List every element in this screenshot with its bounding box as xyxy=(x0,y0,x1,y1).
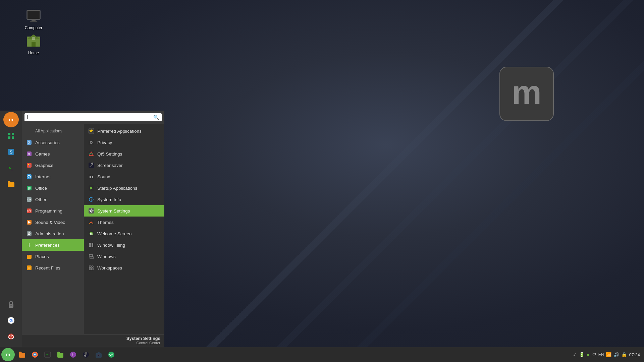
svg-point-107 xyxy=(98,355,99,356)
category-games[interactable]: Games xyxy=(22,148,84,160)
svg-text:</>: </> xyxy=(27,209,32,213)
tray-wifi[interactable]: 📶 xyxy=(606,352,611,357)
svg-point-59 xyxy=(91,163,93,165)
sidebar-power-icon[interactable] xyxy=(3,329,19,344)
workspaces-app-icon xyxy=(88,264,95,271)
programming-icon: </> xyxy=(26,207,33,214)
sidebar-mint-icon[interactable]: m xyxy=(3,112,19,127)
all-apps-icon xyxy=(26,128,33,134)
category-office[interactable]: Office xyxy=(22,182,84,194)
app-windows-label: Windows xyxy=(97,254,116,259)
sidebar-terminal-icon[interactable]: >_ xyxy=(3,160,19,176)
category-all-label: All Applications xyxy=(35,129,62,133)
app-workspaces[interactable]: Workspaces xyxy=(84,262,164,274)
search-input[interactable] xyxy=(27,115,152,120)
category-administration-label: Administration xyxy=(35,231,64,236)
svg-rect-13 xyxy=(12,133,14,135)
menu-content: All Applications X Accessories Games Gra… xyxy=(22,124,164,334)
preferred-apps-app-icon xyxy=(88,128,95,134)
search-input-wrapper: 🔍 xyxy=(24,113,162,121)
app-qt5-settings-label: Qt5 Settings xyxy=(97,152,122,157)
search-icon[interactable]: 🔍 xyxy=(153,115,159,120)
app-system-info-label: System Info xyxy=(97,197,121,202)
app-system-settings[interactable]: System Settings xyxy=(84,205,164,217)
app-screensaver-label: Screensaver xyxy=(97,163,123,168)
taskbar-helix[interactable]: H xyxy=(67,349,79,361)
taskbar-files[interactable] xyxy=(16,349,28,361)
home-icon-img xyxy=(25,33,42,49)
app-welcome-screen-label: Welcome Screen xyxy=(97,231,132,236)
app-preferred-applications[interactable]: Preferred Applications xyxy=(84,125,164,137)
svg-text:i: i xyxy=(91,198,92,201)
svg-point-70 xyxy=(91,210,92,211)
category-places[interactable]: Places xyxy=(22,251,84,262)
desktop-icon-computer[interactable]: Computer xyxy=(20,7,47,32)
sidebar-google-icon[interactable]: G xyxy=(3,313,19,328)
sound-video-icon xyxy=(26,219,33,226)
app-startup-applications[interactable]: Startup Applications xyxy=(84,182,164,194)
tray-battery[interactable]: 🔋 xyxy=(579,352,585,357)
category-other[interactable]: ⋯ Other xyxy=(22,194,84,205)
preferences-icon xyxy=(26,242,33,248)
tray-check[interactable]: ✓ xyxy=(573,352,577,357)
svg-rect-8 xyxy=(32,42,36,47)
taskbar-steam[interactable] xyxy=(80,349,92,361)
tray-volume[interactable]: 🔊 xyxy=(613,352,619,357)
sidebar-software-icon[interactable]: S xyxy=(3,144,19,160)
svg-text:⋯: ⋯ xyxy=(27,197,31,202)
accessories-icon: X xyxy=(26,139,33,146)
taskbar-folder[interactable] xyxy=(54,349,66,361)
svg-rect-37 xyxy=(28,189,30,190)
category-all-applications[interactable]: All Applications xyxy=(22,125,84,137)
tray-shield[interactable]: 🛡 xyxy=(592,352,596,357)
svg-rect-12 xyxy=(8,133,10,135)
svg-text:m: m xyxy=(6,352,10,357)
sidebar-apps-icon[interactable] xyxy=(3,128,19,143)
category-accessories-label: Accessories xyxy=(35,140,60,145)
system-info-app-icon: i xyxy=(88,196,95,203)
sidebar-folder-icon[interactable] xyxy=(3,176,19,192)
category-places-label: Places xyxy=(35,254,49,259)
app-system-info[interactable]: i System Info xyxy=(84,194,164,205)
category-sound-video[interactable]: Sound & Video xyxy=(22,217,84,228)
tray-keyboard[interactable]: EN xyxy=(598,352,604,357)
category-other-label: Other xyxy=(35,197,47,202)
home-label: Home xyxy=(28,51,39,55)
svg-text:>_: >_ xyxy=(9,166,13,170)
taskbar-start-button[interactable]: m xyxy=(1,348,15,361)
app-window-tiling[interactable]: Window Tiling xyxy=(84,239,164,251)
desktop-icon-home[interactable]: Home xyxy=(20,32,47,57)
taskbar-camera[interactable] xyxy=(93,349,105,361)
category-administration[interactable]: Administration xyxy=(22,228,84,239)
category-accessories[interactable]: X Accessories xyxy=(22,137,84,148)
taskbar-tasks[interactable] xyxy=(105,349,117,361)
app-screensaver[interactable]: Screensaver xyxy=(84,160,164,171)
category-office-label: Office xyxy=(35,186,47,191)
category-programming[interactable]: </> Programming xyxy=(22,205,84,217)
app-qt5-settings[interactable]: Qt5 Settings xyxy=(84,148,164,160)
category-recent-files[interactable]: Recent Files xyxy=(22,262,84,274)
tray-lock[interactable]: 🔒 xyxy=(621,352,627,357)
app-sound[interactable]: Sound xyxy=(84,171,164,182)
svg-text:m: m xyxy=(90,232,93,236)
tooltip-name: System Settings xyxy=(26,336,160,341)
app-themes[interactable]: Themes xyxy=(84,217,164,228)
app-privacy[interactable]: Privacy xyxy=(84,137,164,148)
taskbar-terminal[interactable]: >_ xyxy=(42,349,54,361)
category-graphics[interactable]: Graphics xyxy=(22,160,84,171)
taskbar-browser[interactable] xyxy=(29,349,41,361)
tooltip-desc: Control Center xyxy=(26,341,160,345)
svg-rect-35 xyxy=(28,187,31,188)
tray-mint[interactable]: ● xyxy=(587,352,589,357)
app-system-settings-label: System Settings xyxy=(97,208,130,214)
app-welcome-screen[interactable]: m Welcome Screen xyxy=(84,228,164,239)
app-list: Preferred Applications Privacy Qt5 Setti… xyxy=(84,124,164,334)
svg-rect-29 xyxy=(27,163,32,168)
svg-point-30 xyxy=(28,164,29,165)
category-internet[interactable]: Internet xyxy=(22,171,84,182)
sidebar-lock-icon[interactable] xyxy=(3,297,19,312)
app-windows[interactable]: Windows xyxy=(84,251,164,262)
category-preferences-label: Preferences xyxy=(35,243,60,248)
svg-point-46 xyxy=(29,233,30,234)
category-preferences[interactable]: Preferences xyxy=(22,239,84,251)
